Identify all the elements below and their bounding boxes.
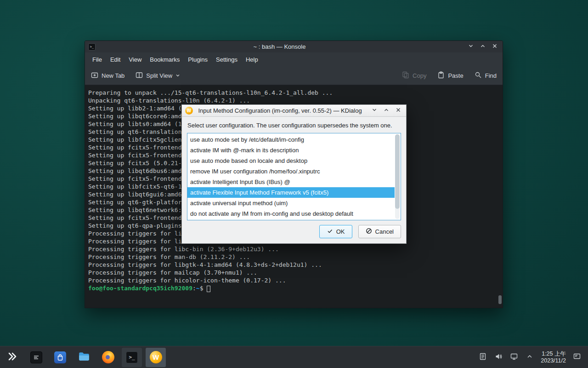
terminal-line: Processing triggers for hicolor-icon-the… [88,276,503,284]
system-tray: 1:25 上午 2023/11/2 [478,351,586,364]
folder-icon [78,351,90,363]
clock-date: 2023/11/2 [541,357,566,364]
terminal-scrollbar[interactable] [498,295,502,304]
terminal-line: Processing triggers for mailcap (3.70+nm… [88,269,503,276]
prompt-path: ~ [196,285,200,292]
firefox-core [106,355,110,359]
notifications-tray-button[interactable] [478,353,487,362]
im-config-option[interactable]: activate universal input method (uim) [187,198,395,208]
firefox-icon [102,351,114,363]
terminal-cursor [207,286,210,292]
dialog-close-button[interactable] [394,106,403,115]
find-button[interactable]: Find [475,71,497,80]
im-config-option[interactable]: activate Flexible Input Method Framework… [187,187,395,198]
paste-button[interactable]: Paste [437,71,463,80]
konsole-toolbar: New Tab Split View Copy Paste Find [85,67,503,85]
list-scrollbar[interactable] [395,134,400,219]
chevron-up-icon [526,352,534,362]
im-config-option[interactable]: use auto mode set by /etc/default/im-con… [187,134,395,145]
terminal-prompt-line: foo@foo-standardpcq35ich92009:~$ [88,284,503,292]
dialog-instruction: Select user configuration. The user conf… [187,122,401,129]
taskbar-app-2[interactable] [26,348,46,367]
paste-icon [437,71,445,80]
taskbar-app-firefox[interactable] [98,348,118,367]
terminal-line: Preparing to unpack .../15-qt6-translati… [88,89,503,97]
copy-icon [402,71,409,80]
cancel-label: Cancel [375,228,394,235]
split-view-icon [136,71,143,80]
im-config-option[interactable]: activate IM with @-mark in its descripti… [187,145,395,155]
split-view-button[interactable]: Split View [136,71,180,80]
dialog-buttons: OK Cancel [187,220,401,238]
terminal-line: Processing triggers for libgtk-4-1:amd64… [88,261,503,269]
konsole-menubar: FileEditViewBookmarksPluginsSettingsHelp [85,52,503,67]
taskbar-app-imconfig[interactable]: W [146,348,166,367]
ok-button[interactable]: OK [319,225,352,238]
imconfig-w-icon: W [185,107,193,115]
minimize-button[interactable] [466,42,475,52]
close-icon [395,107,401,115]
show-desktop-icon [573,352,581,362]
terminal-line: Unpacking qt6-translations-l10n (6.4.2-1… [88,97,503,104]
menu-item-plugins[interactable]: Plugins [184,52,212,67]
im-config-option[interactable]: remove IM user configuration /home/foo/.… [187,166,395,177]
new-tab-label: New Tab [102,72,124,79]
launcher-icon [7,351,18,364]
split-view-label: Split View [146,72,172,79]
show-desktop-button[interactable] [572,353,582,362]
konsole-icon: >_ [126,351,138,363]
im-config-option[interactable]: activate Intelligent Input Bus (IBus) @ [187,177,395,187]
display-tray-button[interactable] [509,353,519,362]
taskbar-app-files[interactable] [74,348,94,367]
kdialog-window-title: Input Method Configuration (im-config, v… [193,107,367,114]
konsole-icon: >_ [88,43,96,51]
prompt-user-host: foo@foo-standardpcq35ich92009 [88,285,192,292]
menu-item-file[interactable]: File [88,52,106,67]
close-button[interactable] [490,42,499,52]
konsole-window-title: ~ : bash — Konsole [96,43,464,50]
menu-item-help[interactable]: Help [242,52,262,67]
minimize-icon [371,107,378,115]
close-icon [492,43,498,51]
paste-label: Paste [448,72,463,79]
imconfig-w-icon: W [150,351,162,363]
list-scrollbar-handle[interactable] [395,134,400,209]
copy-button[interactable]: Copy [402,71,426,80]
menu-item-edit[interactable]: Edit [106,52,124,67]
launcher-button[interactable] [2,348,23,367]
menu-item-bookmarks[interactable]: Bookmarks [146,52,184,67]
copy-label: Copy [413,72,426,79]
terminal-line: Processing triggers for man-db (2.11.2-2… [88,253,503,261]
maximize-icon [480,43,486,51]
prompt-separator: : [192,285,196,292]
find-icon [475,71,482,80]
dialog-maximize-button[interactable] [382,106,391,115]
dialog-minimize-button[interactable] [370,106,379,115]
im-config-option[interactable]: do not activate any IM from im-config an… [187,208,395,219]
taskbar-app-konsole[interactable]: >_ [122,348,142,367]
volume-tray-button[interactable] [494,353,503,362]
kdialog-titlebar[interactable]: W Input Method Configuration (im-config,… [182,105,406,117]
clock-time: 1:25 上午 [541,351,566,357]
volume-icon [494,352,503,362]
minimize-icon [468,43,474,51]
tray-expander-button[interactable] [525,353,534,362]
clock[interactable]: 1:25 上午 2023/11/2 [541,351,566,364]
terminal-line: Processing triggers for libc-bin (2.36-9… [88,245,503,253]
find-label: Find [485,72,497,79]
ok-label: OK [336,228,345,235]
taskbar-app-3[interactable] [50,348,70,367]
chevron-down-icon [175,72,180,79]
display-icon [510,352,518,362]
new-tab-button[interactable]: New Tab [91,71,124,80]
kdialog-window: W Input Method Configuration (im-config,… [181,104,407,244]
menu-item-view[interactable]: View [124,52,146,67]
im-config-list[interactable]: use auto mode set by /etc/default/im-con… [187,133,401,220]
konsole-titlebar[interactable]: >_ ~ : bash — Konsole [85,41,503,52]
menu-item-settings[interactable]: Settings [212,52,242,67]
cancel-button[interactable]: Cancel [358,225,401,238]
maximize-button[interactable] [478,42,487,52]
kdialog-body: Select user configuration. The user conf… [182,117,406,243]
prompt-symbol: $ [200,285,204,292]
im-config-option[interactable]: use auto mode based on locale and deskto… [187,155,395,166]
